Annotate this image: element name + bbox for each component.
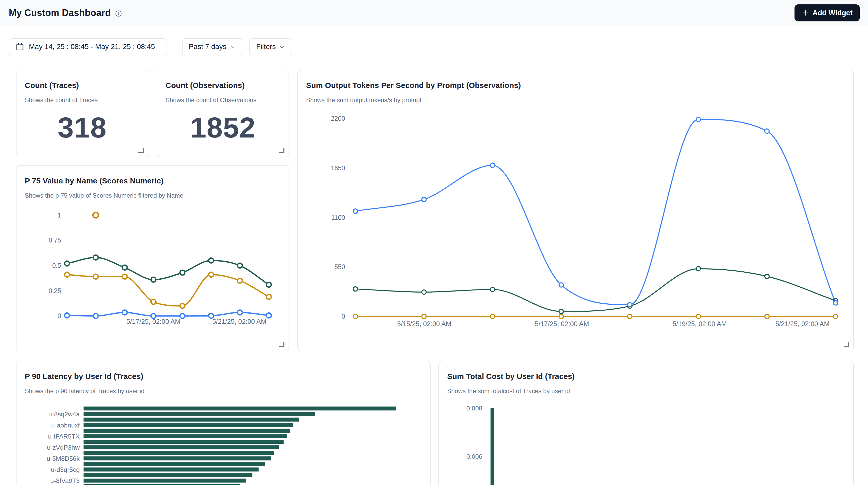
data-point-score-green [93,255,98,260]
data-point-prompt-green [765,274,769,279]
widget-tokens-by-prompt: Sum Output Tokens Per Second by Prompt (… [297,70,854,352]
add-widget-button[interactable]: Add Widget [795,4,860,22]
user-id-tick-label: u-tFAR5TX [48,433,80,440]
data-point-prompt-green [491,287,495,292]
data-point-score-green [267,282,271,287]
top-header-bar: My Custom Dashboard Add Widget [0,0,868,26]
resize-handle[interactable] [279,342,284,347]
data-point-score-green [122,265,127,270]
cost-bar-chart: 0.0080.006 [439,361,853,485]
data-point-prompt-blue [765,129,769,133]
latency-bar [84,418,299,422]
y-axis-tick-label: 0.008 [466,405,482,412]
p90-bar-chart: u-8sq2w4au-aobnuxfu-tFAR5TXu-zVqP3hwu-5M… [17,361,430,485]
filters-dropdown[interactable]: Filters [249,38,292,55]
widget-title: Count (Observations) [165,81,245,90]
data-point-score-green [238,263,242,268]
widget-count-observations: Count (Observations) Shows the count of … [157,70,289,157]
data-point-score-blue [93,313,98,319]
metric-value: 318 [17,111,148,144]
data-point-prompt-amber [628,314,632,319]
data-point-prompt-amber [422,314,426,319]
data-point-score-green [180,270,185,275]
widget-subtitle: Shows the count of Traces [25,96,98,104]
resize-handle[interactable] [138,148,144,153]
metric-value: 1852 [157,111,288,144]
widget-p90-latency: P 90 Latency by User Id (Traces) Shows t… [16,361,431,485]
widget-p75-scores: P 75 Value by Name (Scores Numeric) Show… [16,165,289,352]
data-point-prompt-blue [353,209,358,213]
data-point-prompt-green [559,309,563,314]
page-title: My Custom Dashboard [9,7,122,18]
data-point-score-amber [64,272,69,277]
latency-bar [84,440,284,444]
data-point-prompt-amber [559,314,563,319]
user-id-tick-label: u-5M8D56k [47,455,80,462]
y-axis-tick-label: 550 [335,263,345,270]
data-point-score-amber [93,274,98,279]
line-prompt-green [355,269,836,312]
date-range-picker[interactable]: May 14, 25 : 08:45 - May 21, 25 : 08:45 [9,38,167,55]
x-axis-tick-label: 5/21/25, 02:00 AM [212,318,267,325]
info-icon[interactable] [115,10,122,17]
x-axis-tick-label: 5/21/25, 02:00 AM [775,320,830,327]
date-range-value: May 14, 25 : 08:45 - May 21, 25 : 08:45 [29,42,155,51]
latency-bar [84,456,271,460]
latency-bar [84,479,246,482]
plus-icon [802,9,809,17]
widget-subtitle: Shows the count of Observations [165,96,256,104]
calendar-icon [16,42,24,51]
data-point-score-green [151,277,156,282]
data-point-score-blue [151,313,156,319]
data-point-prompt-blue [833,301,838,305]
data-point-score-blue [238,310,242,315]
p75-line-chart: 00.250.50.7515/17/25, 02:00 AM5/21/25, 0… [17,165,288,351]
chevron-down-icon [229,44,236,50]
date-preset-value: Past 7 days [189,42,226,51]
latency-bar [84,412,315,416]
data-point-prompt-amber [833,314,838,319]
user-id-tick-label: u-aobnuxf [51,422,80,429]
user-id-tick-label: u-8sq2w4a [49,411,80,418]
data-point-score-blue [267,313,271,318]
filters-label: Filters [256,42,276,51]
data-point-prompt-blue [696,117,701,122]
latency-bar [84,423,293,427]
y-axis-tick-label: 0 [58,312,61,320]
data-point-prompt-green [353,287,358,291]
y-axis-tick-label: 0.25 [49,287,61,294]
widget-title: Count (Traces) [25,81,79,90]
data-point-score-green [209,258,214,263]
data-point-score-blue [209,313,214,319]
line-prompt-blue [355,119,836,305]
widget-count-traces: Count (Traces) Shows the count of Traces… [16,70,148,157]
chevron-down-icon [279,44,285,50]
data-point-score-blue [180,313,185,319]
tokens-line-chart: 05501100165022005/15/25, 02:00 AM5/17/25… [298,70,853,351]
data-point-prompt-blue [422,198,426,202]
data-point-prompt-blue [491,163,495,168]
data-point-prompt-green [422,290,426,294]
date-preset-dropdown[interactable]: Past 7 days [182,38,242,55]
data-point-prompt-green [696,267,701,271]
data-point-score-amber [122,274,127,279]
data-point-prompt-amber [353,314,358,319]
y-axis-tick-label: 0.006 [466,453,482,460]
data-point-score-amber-single [93,212,98,218]
y-axis-tick-label: 0.75 [49,237,61,244]
latency-bar [84,429,290,433]
y-axis-tick-label: 0 [341,313,345,320]
y-axis-tick-label: 0.5 [52,262,61,269]
cost-bar [491,408,494,485]
x-axis-tick-label: 5/17/25, 02:00 AM [535,320,589,327]
resize-handle[interactable] [844,342,849,347]
data-point-score-blue [64,313,69,318]
data-point-prompt-blue [559,283,563,287]
data-point-prompt-amber [696,314,701,319]
latency-bar [84,467,259,471]
resize-handle[interactable] [279,148,284,153]
latency-bar [84,462,265,466]
data-point-score-amber [238,278,242,283]
widget-cost-by-user: Sum Total Cost by User Id (Traces) Shows… [438,361,854,485]
data-point-prompt-amber [491,314,495,319]
